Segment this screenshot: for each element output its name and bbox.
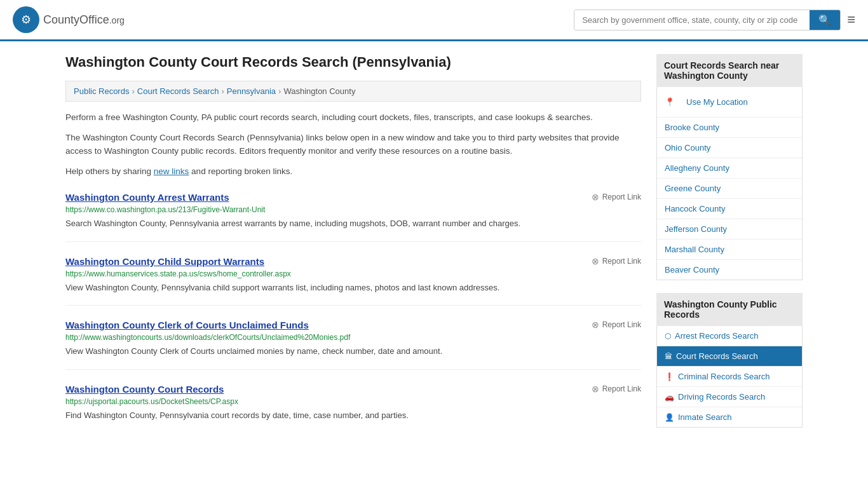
nearby-county-jefferson: Jefferson County xyxy=(657,219,802,240)
result-desc-3: Find Washington County, Pennsylvania cou… xyxy=(65,409,641,422)
description-1: Perform a free Washington County, PA pub… xyxy=(65,111,641,125)
driving-icon: 🚗 xyxy=(665,393,674,402)
nearby-county-marshall: Marshall County xyxy=(657,240,802,260)
result-url-2: http://www.washingtoncourts.us/downloads… xyxy=(65,333,641,342)
brooke-county-link[interactable]: Brooke County xyxy=(657,118,802,137)
nearby-county-hancock: Hancock County xyxy=(657,199,802,219)
hancock-county-link[interactable]: Hancock County xyxy=(657,199,802,219)
search-bar: 🔍 xyxy=(574,10,841,30)
result-desc-2: View Washington County Clerk of Courts u… xyxy=(65,345,641,358)
report-link-3[interactable]: ⊗ Report Link xyxy=(592,384,641,394)
logo-text: CountyOffice.org xyxy=(43,13,125,27)
sidebar-public-records-section: Washington County Public Records ⬡ Arres… xyxy=(656,293,803,428)
breadcrumb: Public Records › Court Records Search › … xyxy=(65,81,641,102)
beaver-county-link[interactable]: Beaver County xyxy=(657,260,802,280)
breadcrumb-link-court-records[interactable]: Court Records Search xyxy=(137,86,219,96)
breadcrumb-sep-1: › xyxy=(132,86,134,96)
court-icon: 🏛 xyxy=(665,352,672,361)
breadcrumb-current: Washington County xyxy=(283,86,355,96)
result-item: Washington County Court Records ⊗ Report… xyxy=(65,384,641,433)
result-desc-0: Search Washington County, Pennsylvania a… xyxy=(65,217,641,230)
search-input[interactable] xyxy=(574,10,810,30)
result-url-1: https://www.humanservices.state.pa.us/cs… xyxy=(65,269,641,278)
result-title-1[interactable]: Washington County Child Support Warrants xyxy=(65,256,264,267)
inmate-icon: 👤 xyxy=(665,413,674,422)
report-link-1[interactable]: ⊗ Report Link xyxy=(592,256,641,266)
report-label-1: Report Link xyxy=(602,257,641,266)
criminal-records-label: Criminal Records Search xyxy=(678,372,770,381)
report-icon-0: ⊗ xyxy=(592,192,599,202)
breadcrumb-link-pennsylvania[interactable]: Pennsylvania xyxy=(227,86,276,96)
logo-suffix: .org xyxy=(109,15,125,25)
location-pin-icon: 📍 xyxy=(665,97,675,107)
breadcrumb-link-public-records[interactable]: Public Records xyxy=(74,86,129,96)
hamburger-menu[interactable]: ≡ xyxy=(847,11,855,28)
result-header: Washington County Arrest Warrants ⊗ Repo… xyxy=(65,192,641,203)
nearby-county-ohio: Ohio County xyxy=(657,138,802,158)
sidebar-public-records-title: Washington County Public Records xyxy=(656,293,803,326)
arrest-records-link[interactable]: ⬡ Arrest Records Search xyxy=(657,326,802,346)
result-header: Washington County Child Support Warrants… xyxy=(65,256,641,267)
public-records-driving: 🚗 Driving Records Search xyxy=(657,387,802,407)
report-link-2[interactable]: ⊗ Report Link xyxy=(592,320,641,330)
report-icon-3: ⊗ xyxy=(592,384,599,394)
report-icon-2: ⊗ xyxy=(592,320,599,330)
site-header: ⚙ CountyOffice.org 🔍 ≡ xyxy=(0,0,868,41)
logo-icon: ⚙ xyxy=(13,6,39,33)
court-records-link[interactable]: 🏛 Court Records Search xyxy=(657,346,802,366)
description-3: Help others by sharing new links and rep… xyxy=(65,165,641,179)
report-label-3: Report Link xyxy=(602,384,641,393)
result-url-0: https://www.co.washington.pa.us/213/Fugi… xyxy=(65,205,641,214)
nearby-county-greene: Greene County xyxy=(657,179,802,199)
driving-records-label: Driving Records Search xyxy=(678,392,765,402)
sidebar: Court Records Search near Washington Cou… xyxy=(656,54,803,447)
inmate-search-label: Inmate Search xyxy=(678,412,732,422)
nearby-county-allegheny: Allegheny County xyxy=(657,158,802,179)
result-title-2[interactable]: Washington County Clerk of Courts Unclai… xyxy=(65,320,309,330)
criminal-icon: ❗ xyxy=(665,372,674,381)
result-title-3[interactable]: Washington County Court Records xyxy=(65,384,224,395)
public-records-court: 🏛 Court Records Search xyxy=(657,346,802,367)
result-header: Washington County Court Records ⊗ Report… xyxy=(65,384,641,395)
description-2: The Washington County Court Records Sear… xyxy=(65,131,641,158)
use-my-location-item: 📍 Use My Location xyxy=(657,87,802,118)
nearby-counties-list: 📍 Use My Location Brooke County Ohio Cou… xyxy=(656,87,803,280)
use-my-location-link[interactable]: Use My Location xyxy=(679,92,756,112)
description-3-prefix: Help others by sharing xyxy=(65,166,154,176)
logo-area: ⚙ CountyOffice.org xyxy=(13,6,125,33)
sidebar-nearby-title: Court Records Search near Washington Cou… xyxy=(656,54,803,87)
arrest-icon: ⬡ xyxy=(665,332,671,341)
logo-brand: CountyOffice xyxy=(43,13,109,26)
greene-county-link[interactable]: Greene County xyxy=(657,179,802,198)
content-area: Washington County Court Records Search (… xyxy=(65,54,641,447)
nearby-county-beaver: Beaver County xyxy=(657,260,802,280)
sidebar-nearby-section: Court Records Search near Washington Cou… xyxy=(656,54,803,280)
result-item: Washington County Child Support Warrants… xyxy=(65,256,641,306)
criminal-records-link[interactable]: ❗ Criminal Records Search xyxy=(657,367,802,386)
page-title: Washington County Court Records Search (… xyxy=(65,54,641,71)
result-item: Washington County Arrest Warrants ⊗ Repo… xyxy=(65,192,641,242)
result-title-0[interactable]: Washington County Arrest Warrants xyxy=(65,192,229,203)
driving-records-link[interactable]: 🚗 Driving Records Search xyxy=(657,387,802,407)
inmate-search-link[interactable]: 👤 Inmate Search xyxy=(657,407,802,427)
description-3-suffix: and reporting broken links. xyxy=(189,166,292,176)
marshall-county-link[interactable]: Marshall County xyxy=(657,240,802,259)
report-link-0[interactable]: ⊗ Report Link xyxy=(592,192,641,202)
jefferson-county-link[interactable]: Jefferson County xyxy=(657,219,802,239)
results-container: Washington County Arrest Warrants ⊗ Repo… xyxy=(65,192,641,433)
nearby-county-brooke: Brooke County xyxy=(657,118,802,138)
report-label-0: Report Link xyxy=(602,193,641,201)
header-right: 🔍 ≡ xyxy=(574,10,855,30)
public-records-criminal: ❗ Criminal Records Search xyxy=(657,367,802,387)
search-button[interactable]: 🔍 xyxy=(810,10,840,30)
public-records-list: ⬡ Arrest Records Search 🏛 Court Records … xyxy=(656,326,803,428)
court-records-label: Court Records Search xyxy=(676,351,758,361)
ohio-county-link[interactable]: Ohio County xyxy=(657,138,802,158)
allegheny-county-link[interactable]: Allegheny County xyxy=(657,158,802,178)
main-container: Washington County Court Records Search (… xyxy=(53,41,815,459)
breadcrumb-sep-3: › xyxy=(278,86,281,96)
new-links[interactable]: new links xyxy=(154,166,189,176)
public-records-arrest: ⬡ Arrest Records Search xyxy=(657,326,802,346)
public-records-inmate: 👤 Inmate Search xyxy=(657,407,802,427)
report-icon-1: ⊗ xyxy=(592,256,599,266)
